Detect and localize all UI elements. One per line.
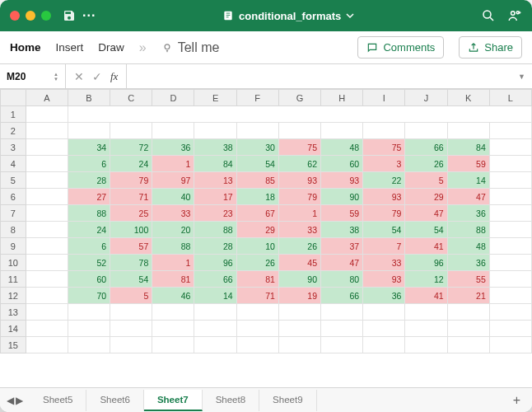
- cell[interactable]: [447, 123, 489, 139]
- cell[interactable]: 37: [321, 238, 363, 255]
- column-header[interactable]: E: [194, 90, 236, 106]
- row-header[interactable]: 6: [1, 189, 26, 205]
- cell[interactable]: [489, 189, 531, 205]
- row-header[interactable]: 4: [1, 156, 26, 172]
- cell[interactable]: 34: [68, 139, 110, 156]
- select-all-corner[interactable]: [1, 90, 26, 106]
- cell[interactable]: [110, 321, 152, 337]
- cell[interactable]: 36: [447, 205, 489, 222]
- cell[interactable]: 90: [321, 189, 363, 205]
- column-header[interactable]: J: [405, 90, 447, 106]
- cell[interactable]: 40: [152, 189, 194, 205]
- cell[interactable]: [278, 304, 320, 321]
- cell[interactable]: 93: [321, 172, 363, 189]
- cell[interactable]: 30: [236, 139, 278, 156]
- cell[interactable]: [194, 321, 236, 337]
- row-header[interactable]: 15: [1, 337, 26, 353]
- cell[interactable]: [152, 304, 194, 321]
- cell[interactable]: [26, 238, 68, 255]
- cell[interactable]: 79: [363, 205, 405, 222]
- cell[interactable]: [68, 321, 110, 337]
- cell[interactable]: 19: [278, 288, 320, 304]
- cell[interactable]: 33: [152, 205, 194, 222]
- cell[interactable]: [321, 337, 363, 353]
- cell[interactable]: 6: [68, 238, 110, 255]
- cell[interactable]: [405, 123, 447, 139]
- name-box[interactable]: M20 ▲▼: [0, 64, 66, 88]
- cell[interactable]: 66: [321, 288, 363, 304]
- cell[interactable]: [363, 304, 405, 321]
- cell[interactable]: [321, 123, 363, 139]
- cell[interactable]: [236, 321, 278, 337]
- cell[interactable]: [489, 205, 531, 222]
- cell[interactable]: 23: [194, 205, 236, 222]
- cell[interactable]: 3: [363, 156, 405, 172]
- cell[interactable]: [489, 238, 531, 255]
- cell[interactable]: 24: [110, 156, 152, 172]
- spreadsheet-grid[interactable]: ABCDEFGHIJKL1233472363830754875668446241…: [0, 89, 532, 387]
- cell[interactable]: 26: [236, 255, 278, 271]
- cell[interactable]: 36: [447, 255, 489, 271]
- cell[interactable]: [26, 205, 68, 222]
- cell[interactable]: [194, 304, 236, 321]
- cell[interactable]: [26, 321, 68, 337]
- cell[interactable]: 62: [278, 156, 320, 172]
- cell[interactable]: 47: [321, 255, 363, 271]
- row-header[interactable]: 5: [1, 172, 26, 189]
- cell[interactable]: 10: [236, 238, 278, 255]
- cell[interactable]: [321, 321, 363, 337]
- cell[interactable]: 66: [405, 139, 447, 156]
- cell[interactable]: [447, 321, 489, 337]
- minimize-icon[interactable]: [26, 11, 35, 21]
- cell[interactable]: 5: [405, 172, 447, 189]
- cell[interactable]: [405, 337, 447, 353]
- cell[interactable]: [278, 337, 320, 353]
- cell[interactable]: 33: [363, 255, 405, 271]
- sheet-tab[interactable]: Sheet8: [203, 390, 259, 411]
- cell[interactable]: [26, 255, 68, 271]
- cell[interactable]: 88: [68, 205, 110, 222]
- expand-formula-icon[interactable]: ▼: [511, 73, 532, 81]
- cell[interactable]: [26, 337, 68, 353]
- cell[interactable]: 1: [152, 156, 194, 172]
- cell[interactable]: 29: [405, 189, 447, 205]
- cell[interactable]: 41: [405, 238, 447, 255]
- row-header[interactable]: 3: [1, 139, 26, 156]
- comments-button[interactable]: Comments: [357, 36, 444, 59]
- cell[interactable]: [68, 123, 110, 139]
- row-header[interactable]: 1: [1, 106, 26, 123]
- cell[interactable]: 13: [194, 172, 236, 189]
- cell[interactable]: [194, 337, 236, 353]
- row-header[interactable]: 12: [1, 288, 26, 304]
- accept-formula-icon[interactable]: ✓: [92, 70, 102, 83]
- cell[interactable]: 81: [236, 271, 278, 288]
- cell[interactable]: [447, 304, 489, 321]
- cell[interactable]: [152, 337, 194, 353]
- cell[interactable]: [26, 288, 68, 304]
- cell[interactable]: 57: [110, 238, 152, 255]
- cell[interactable]: 17: [194, 189, 236, 205]
- column-header[interactable]: C: [110, 90, 152, 106]
- cell[interactable]: 79: [278, 189, 320, 205]
- cell[interactable]: 27: [68, 189, 110, 205]
- cell[interactable]: [110, 337, 152, 353]
- tab-insert[interactable]: Insert: [56, 41, 84, 54]
- cell[interactable]: 14: [447, 172, 489, 189]
- cell[interactable]: 26: [405, 156, 447, 172]
- cell[interactable]: [278, 123, 320, 139]
- cell[interactable]: 88: [447, 222, 489, 238]
- cell[interactable]: [26, 106, 68, 123]
- row-header[interactable]: 10: [1, 255, 26, 271]
- cell[interactable]: 45: [278, 255, 320, 271]
- cell[interactable]: [363, 337, 405, 353]
- cell[interactable]: 84: [194, 156, 236, 172]
- cell[interactable]: [26, 172, 68, 189]
- cell[interactable]: 97: [152, 172, 194, 189]
- cell[interactable]: [236, 304, 278, 321]
- column-header[interactable]: G: [278, 90, 320, 106]
- row-header[interactable]: 2: [1, 123, 26, 139]
- cell[interactable]: 18: [236, 189, 278, 205]
- cell[interactable]: [489, 123, 531, 139]
- cell[interactable]: 1: [278, 205, 320, 222]
- search-icon[interactable]: [481, 8, 496, 23]
